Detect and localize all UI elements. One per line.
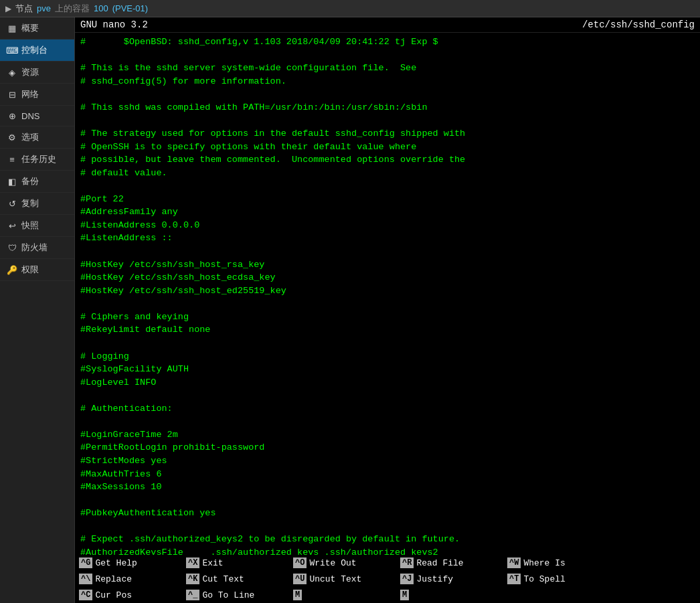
footer-cmd-9: ^TTo Spell (503, 571, 610, 587)
overview-icon: ▦ (7, 23, 17, 33)
footer-cmd-3: ^RRead File (396, 555, 503, 571)
shortcut-12: M (293, 590, 302, 600)
shortcut-0: ^G (79, 557, 92, 568)
shortcut-13: M (400, 590, 409, 600)
shortcut-11: ^_ (186, 590, 199, 600)
shortcut-7: ^U (293, 574, 307, 584)
shortcut-5: ^\ (79, 574, 92, 584)
taskhistory-icon: ≡ (7, 154, 17, 165)
cmd-label-4: Where Is (523, 558, 565, 568)
options-icon: ⚙ (7, 132, 17, 143)
sidebar-item-options[interactable]: ⚙ 选项 (0, 126, 74, 149)
footer-cmd-13: M (396, 587, 503, 603)
sidebar-label-options: 选项 (21, 131, 39, 143)
cmd-label-0: Get Help (95, 558, 137, 568)
cmd-label-2: Write Out (309, 558, 356, 568)
snapshot-icon: ↩ (7, 220, 17, 231)
footer-cmd-0: ^GGet Help (75, 555, 182, 571)
nano-filepath: /etc/ssh/sshd_config (582, 19, 695, 30)
resources-icon: ◈ (7, 67, 17, 78)
footer-cmd-1: ^XExit (182, 555, 289, 571)
shortcut-8: ^J (400, 574, 414, 584)
footer-cmd-7: ^UUncut Text (289, 571, 396, 587)
cmd-label-10: Cur Pos (95, 590, 132, 600)
nano-footer: ^GGet Help^XExit^OWrite Out^RRead File^W… (75, 555, 700, 603)
shortcut-10: ^C (79, 590, 92, 600)
topbar-node-link[interactable]: pve (37, 3, 51, 13)
cmd-label-3: Read File (416, 558, 463, 568)
sidebar-label-backup: 备份 (21, 175, 39, 187)
cmd-label-9: To Spell (523, 574, 565, 584)
sidebar-item-taskhistory[interactable]: ≡ 任务历史 (0, 149, 74, 171)
sidebar-item-firewall[interactable]: 🛡 防火墙 (0, 237, 74, 259)
sidebar-label-overview: 概要 (21, 22, 39, 34)
cmd-label-7: Uncut Text (309, 574, 361, 584)
footer-cmd-10: ^CCur Pos (75, 587, 182, 603)
firewall-icon: 🛡 (7, 242, 17, 253)
topbar-container-id[interactable]: 100 (94, 3, 108, 13)
footer-cmd-11: ^_Go To Line (182, 587, 289, 603)
sidebar-item-dns[interactable]: ⊕ DNS (0, 106, 74, 126)
shortcut-9: ^T (507, 574, 521, 584)
topbar-container-label: (PVE-01) (112, 3, 148, 13)
sidebar-label-network: 网络 (21, 88, 39, 100)
shortcut-3: ^R (400, 557, 414, 568)
topbar-node-prefix: 节点 (15, 3, 33, 15)
permissions-icon: 🔑 (7, 264, 17, 275)
terminal-container[interactable]: GNU nano 3.2 /etc/ssh/sshd_config # $Ope… (75, 17, 700, 603)
footer-cmd-4: ^WWhere Is (503, 555, 610, 571)
sidebar-label-console: 控制台 (21, 44, 48, 56)
sidebar-label-replicate: 复制 (21, 197, 39, 209)
cmd-label-5: Replace (95, 574, 132, 584)
nano-header: GNU nano 3.2 /etc/ssh/sshd_config (75, 17, 700, 33)
backup-icon: ◧ (7, 176, 17, 187)
sidebar-item-overview[interactable]: ▦ 概要 (0, 17, 74, 39)
nano-title: GNU nano 3.2 (80, 19, 148, 30)
sidebar-item-replicate[interactable]: ↺ 复制 (0, 193, 74, 215)
topbar: ▶ 节点 pve 上的容器 100 (PVE-01) (0, 0, 700, 17)
main-layout: ▦ 概要 ⌨ 控制台 ◈ 资源 ⊟ 网络 ⊕ DNS ⚙ 选项 ≡ 任务历史 ◧… (0, 17, 700, 603)
cmd-label-1: Exit (202, 558, 223, 568)
footer-cmd-6: ^KCut Text (182, 571, 289, 587)
cmd-label-8: Justify (416, 574, 453, 584)
dns-icon: ⊕ (7, 110, 17, 121)
footer-cmd-12: M (289, 587, 396, 603)
shortcut-6: ^K (186, 574, 199, 584)
cmd-label-6: Cut Text (202, 574, 244, 584)
topbar-node-icon: ▶ (5, 4, 11, 13)
sidebar-item-console[interactable]: ⌨ 控制台 (0, 39, 74, 62)
shortcut-1: ^X (186, 557, 199, 568)
sidebar-label-resources: 资源 (21, 66, 39, 78)
topbar-sep1: 上的容器 (55, 3, 90, 15)
network-icon: ⊟ (7, 89, 17, 100)
replicate-icon: ↺ (7, 198, 17, 209)
sidebar-label-snapshot: 快照 (21, 220, 39, 232)
shortcut-4: ^W (507, 557, 521, 568)
editor-content[interactable]: # $OpenBSD: sshd_config,v 1.103 2018/04/… (75, 33, 700, 555)
console-icon: ⌨ (7, 45, 17, 56)
sidebar-label-firewall: 防火墙 (21, 242, 48, 254)
sidebar-item-network[interactable]: ⊟ 网络 (0, 84, 74, 106)
cmd-label-11: Go To Line (202, 590, 254, 600)
sidebar-item-snapshot[interactable]: ↩ 快照 (0, 215, 74, 237)
sidebar-label-permissions: 权限 (21, 264, 39, 276)
sidebar-item-permissions[interactable]: 🔑 权限 (0, 259, 74, 281)
sidebar-item-resources[interactable]: ◈ 资源 (0, 62, 74, 84)
footer-cmd-8: ^JJustify (396, 571, 503, 587)
footer-cmd-2: ^OWrite Out (289, 555, 396, 571)
shortcut-2: ^O (293, 557, 307, 568)
sidebar-label-taskhistory: 任务历史 (21, 153, 56, 165)
footer-cmd-5: ^\Replace (75, 571, 182, 587)
sidebar-label-dns: DNS (21, 111, 39, 121)
sidebar-item-backup[interactable]: ◧ 备份 (0, 171, 74, 193)
sidebar: ▦ 概要 ⌨ 控制台 ◈ 资源 ⊟ 网络 ⊕ DNS ⚙ 选项 ≡ 任务历史 ◧… (0, 17, 75, 603)
